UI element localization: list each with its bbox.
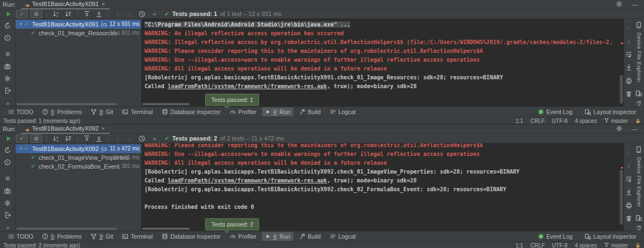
bottom-tab-problems[interactable]: 6: Problems [39, 232, 85, 241]
previous-occurrence-icon[interactable]: ↑ [112, 134, 124, 143]
print-icon[interactable] [625, 202, 632, 209]
run-green-play-icon[interactable] [3, 10, 14, 18]
bottom-tab-problems[interactable]: 6: Problems [39, 107, 85, 116]
more-chevrons-icon[interactable]: » [148, 10, 160, 18]
console-vscrollbar[interactable] [620, 170, 623, 225]
show-ignored-icon[interactable]: ⊘ [30, 134, 42, 143]
bottom-tab-run[interactable]: 4: Run [262, 107, 293, 116]
bottom-tab-run[interactable]: 4: Run [262, 232, 293, 241]
more-chevrons-icon[interactable]: » [6, 99, 9, 107]
caret-position[interactable]: 1:1 [516, 118, 523, 124]
bottom-tab-database-inspector[interactable]: Database Inspector [158, 232, 224, 241]
indent-selector[interactable]: 4 spaces [575, 242, 597, 248]
sort-by-duration-icon[interactable] [62, 10, 74, 18]
down-arrow-icon[interactable]: ↓ [627, 37, 630, 45]
expand-all-icon[interactable] [81, 10, 93, 18]
stop-icon[interactable] [4, 175, 11, 183]
scroll-to-end-icon[interactable] [625, 64, 632, 71]
sort-by-duration-icon[interactable] [62, 134, 74, 143]
scroll-to-end-icon[interactable] [625, 188, 632, 196]
caret-position[interactable]: 1:1 [516, 242, 523, 248]
import-test-results-icon[interactable] [4, 212, 11, 219]
soft-wrap-icon[interactable] [625, 175, 632, 182]
bottom-tab-database-inspector[interactable]: Database Inspector [158, 107, 224, 116]
run-dashboard-icon[interactable] [4, 34, 11, 42]
sort-alphabetically-icon[interactable]: az [50, 134, 62, 143]
test-tree-row[interactable]: ✔check_01_Image_Resources12 s 931 ms [15, 29, 141, 37]
chevron-down-icon[interactable]: ▾ [18, 20, 24, 29]
run-green-play-icon[interactable] [3, 134, 14, 143]
rerun-icon[interactable] [4, 147, 11, 154]
bottom-tab-event-log[interactable]: Event Log [534, 232, 576, 241]
gear-icon[interactable] [616, 1, 622, 8]
gear-icon[interactable] [616, 125, 622, 133]
console-hscrollbar[interactable] [142, 103, 190, 105]
test-tree-row[interactable]: ✔check_02_FormulaBox_Event381 ms [15, 162, 141, 171]
up-arrow-icon[interactable]: ↑ [627, 149, 630, 156]
expand-all-icon[interactable] [81, 134, 93, 143]
encoding-selector[interactable]: UTF-8 [552, 118, 567, 124]
sort-alphabetically-icon[interactable]: az [50, 10, 62, 18]
test-history-icon[interactable] [136, 10, 148, 18]
chevron-down-icon[interactable]: ▾ [18, 144, 24, 153]
bottom-tab-todo[interactable]: TODO [4, 107, 36, 116]
lock-icon[interactable] [635, 242, 641, 248]
collapse-all-icon[interactable] [93, 10, 105, 18]
hide-icon[interactable]: — [631, 126, 637, 132]
close-icon[interactable]: × [101, 126, 105, 131]
line-ending-selector[interactable]: CRLF [530, 118, 545, 124]
git-branch-widget[interactable]: master [604, 117, 628, 124]
bottom-tab-profiler[interactable]: Profiler [226, 232, 260, 241]
screenshot-icon[interactable] [4, 63, 11, 71]
run-tab[interactable]: ◀▶ TestB1BasicActivityX092 × [21, 125, 109, 134]
bottom-tab-event-log[interactable]: Event Log [534, 107, 576, 116]
test-tree-row[interactable]: ✔check_01_ImageView_Properties11 s 91 ms [15, 153, 141, 162]
bottom-tab-logcat[interactable]: Logcat [326, 107, 359, 116]
print-icon[interactable] [625, 77, 632, 84]
console-vscrollbar[interactable] [620, 75, 623, 104]
show-passed-icon[interactable]: ✔ [16, 10, 28, 18]
bottom-tab-profiler[interactable]: Profiler [226, 107, 260, 116]
show-ignored-icon[interactable]: ⊘ [30, 10, 42, 18]
next-occurrence-icon[interactable]: ↓ [124, 10, 136, 18]
bottom-tab-build[interactable]: Build [296, 232, 324, 241]
test-history-icon[interactable] [136, 134, 148, 143]
bottom-tab-terminal[interactable]: Terminal [119, 107, 156, 116]
bottom-tab-terminal[interactable]: Terminal [119, 232, 156, 241]
close-icon[interactable]: × [101, 1, 105, 7]
more-chevrons-icon[interactable]: » [6, 224, 9, 231]
test-tree-row[interactable]: ▾✔TestB1BasicActivityX091(org.aplas.t12 … [15, 20, 141, 29]
sidebar-item-emulator[interactable]: Emulator [635, 89, 642, 106]
hide-icon[interactable]: — [631, 1, 637, 8]
bottom-tab-build[interactable]: Build [296, 107, 324, 116]
lock-icon[interactable] [635, 118, 641, 124]
up-arrow-icon[interactable]: ↑ [627, 24, 630, 31]
bottom-tab-git[interactable]: 9: Git [87, 107, 116, 116]
clear-all-icon[interactable] [625, 215, 632, 222]
console-hscrollbar[interactable] [142, 228, 190, 230]
rerun-icon[interactable] [4, 22, 11, 30]
git-branch-widget[interactable]: master [604, 242, 628, 248]
soft-wrap-icon[interactable] [625, 51, 632, 58]
stop-icon[interactable] [4, 51, 11, 58]
previous-occurrence-icon[interactable]: ↑ [112, 10, 124, 18]
import-test-results-icon[interactable] [4, 87, 11, 95]
tree-hscrollbar[interactable] [17, 228, 117, 230]
sidebar-item-emulator[interactable]: Emulator [635, 214, 642, 231]
bottom-tab-layout-inspector[interactable]: Layout Inspector [581, 107, 640, 116]
test-settings-icon[interactable] [4, 200, 11, 207]
bottom-tab-logcat[interactable]: Logcat [326, 232, 359, 241]
bottom-tab-todo[interactable]: TODO [4, 232, 36, 241]
sidebar-item-device-file-explorer[interactable]: Device File Explorer [635, 145, 642, 207]
line-ending-selector[interactable]: CRLF [530, 242, 545, 248]
indent-selector[interactable]: 4 spaces [575, 118, 597, 124]
show-passed-icon[interactable]: ✔ [16, 134, 28, 143]
next-occurrence-icon[interactable]: ↓ [124, 134, 136, 143]
clear-all-icon[interactable] [625, 90, 632, 98]
tree-hscrollbar[interactable] [17, 103, 117, 105]
screenshot-icon[interactable] [4, 187, 11, 195]
collapse-all-icon[interactable] [93, 134, 105, 143]
bottom-tab-layout-inspector[interactable]: Layout Inspector [581, 232, 640, 241]
bottom-tab-git[interactable]: 9: Git [87, 232, 116, 241]
down-arrow-icon[interactable]: ↓ [627, 162, 630, 169]
